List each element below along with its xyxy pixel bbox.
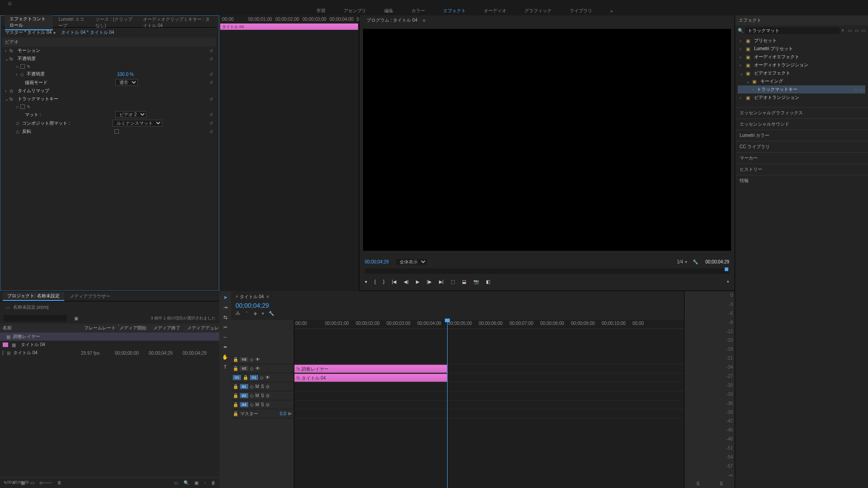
razor-tool-icon[interactable]: ✂ — [222, 324, 229, 331]
new-item-icon[interactable]: ▫ — [204, 480, 206, 485]
track-header-a3[interactable]: 🔒A3◇MS⊙ — [231, 400, 294, 409]
export-frame-icon[interactable]: 📷 — [473, 279, 479, 284]
blend-mode-select[interactable]: 通常 — [115, 79, 138, 86]
workspace-graphics[interactable]: グラフィック — [524, 8, 552, 14]
reset-icon[interactable]: ↺ — [209, 56, 213, 61]
reset-icon[interactable]: ↺ — [209, 112, 213, 117]
ec-clip-bar[interactable]: タイトル 04 — [220, 23, 358, 30]
home-icon[interactable]: ⌂ — [8, 0, 11, 6]
ec-time-remap[interactable]: タイムリマップ — [18, 88, 108, 94]
keyframe-icon[interactable]: ◇ — [20, 72, 24, 77]
pen-tool-icon[interactable]: ✒ — [222, 343, 229, 351]
tab-project[interactable]: プロジェクト: 名称未設定 — [3, 292, 64, 301]
panel-info[interactable]: 情報 — [735, 175, 868, 186]
col-dur[interactable]: メディアデュレ — [187, 325, 221, 331]
timeline-tab[interactable]: タイトル 04 — [240, 294, 264, 299]
track-header-master[interactable]: 🔒マスター0.0⊫ — [231, 409, 294, 418]
tree-track-matte[interactable]: ▫トラックマットキー▭▭ — [738, 85, 865, 94]
mask-circle-icon[interactable]: ○ — [16, 104, 19, 109]
timeline-tc[interactable]: 00;00;04;29 — [236, 302, 679, 309]
ec-timeline-ruler[interactable]: :00;00 00;00;01;00 00;00;02;00 00;00;03;… — [219, 15, 359, 23]
mask-pen-icon[interactable]: ✎ — [27, 104, 30, 109]
ec-motion[interactable]: モーション — [18, 47, 108, 54]
timeline-playhead[interactable] — [447, 320, 448, 488]
tree-audio-tr[interactable]: ›▣オーディオトランジション — [738, 61, 865, 69]
fx-icon[interactable]: fx — [9, 97, 16, 102]
lift-icon[interactable]: ⬚ — [451, 279, 455, 284]
workspace-audio[interactable]: オーディオ — [484, 8, 506, 14]
program-tab[interactable]: プログラム : タイトル 04 — [363, 16, 421, 24]
add-button-icon[interactable]: + — [726, 279, 729, 284]
tree-keying[interactable]: ⌄▣キーイング — [738, 77, 865, 85]
wrench-icon[interactable]: 🔧 — [693, 259, 698, 264]
reset-icon[interactable]: ↺ — [209, 72, 213, 77]
slip-tool-icon[interactable]: ↔ — [222, 333, 229, 341]
matte-select[interactable]: ビデオ 2 — [115, 111, 146, 118]
tree-lumetri[interactable]: ›▣Lumetri プリセット — [738, 45, 865, 53]
tab-menu-icon[interactable]: ≡ — [267, 294, 269, 299]
delete-icon[interactable]: 🗑 — [211, 480, 216, 485]
tree-audio-fx[interactable]: ›▣オーディオエフェクト — [738, 53, 865, 61]
new-bin-icon[interactable]: ▣ — [194, 480, 198, 485]
tree-video-tr[interactable]: ›▣ビデオトランジション — [738, 94, 865, 102]
tab-media-browser[interactable]: メディアブラウザー — [65, 292, 115, 300]
playhead-marker[interactable] — [725, 267, 728, 271]
marker-add-icon[interactable]: ◈ — [254, 311, 257, 317]
type-tool-icon[interactable]: T — [222, 363, 229, 371]
tab-audio-mixer[interactable]: オーディオクリップミキサー : タイトル 04 — [138, 15, 216, 30]
track-master[interactable] — [294, 409, 684, 418]
track-header-a1[interactable]: 🔒A1◇MS⊙ — [231, 382, 294, 391]
reset-icon[interactable]: ↺ — [209, 48, 213, 53]
compare-icon[interactable]: ◧ — [486, 279, 490, 284]
track-header-v3[interactable]: 🔒V3◇👁 — [231, 355, 294, 364]
reset-icon[interactable]: ↺ — [209, 121, 213, 126]
mark-clip-icon[interactable]: } — [383, 279, 384, 284]
track-a3[interactable] — [294, 400, 684, 409]
project-search-input[interactable] — [4, 315, 67, 322]
panel-lumetri-color[interactable]: Lumetri カラー — [735, 130, 868, 141]
program-scrubber[interactable] — [365, 268, 729, 274]
panel-essential-graphics[interactable]: エッセンシャルグラフィックス — [735, 107, 868, 118]
workspace-library[interactable]: ライブラリ — [570, 8, 592, 14]
step-fwd-icon[interactable]: |▶ — [427, 279, 432, 284]
col-fps[interactable]: フレームレート — [84, 325, 118, 331]
panel-markers[interactable]: マーカー — [735, 152, 868, 164]
mask-circle-icon[interactable]: ○ — [16, 64, 19, 69]
step-back-icon[interactable]: ◀| — [404, 279, 409, 284]
workspace-learn[interactable]: 学習 — [316, 8, 326, 14]
ec-track-matte[interactable]: トラックマットキー — [18, 96, 108, 102]
find-icon[interactable]: 🔍 — [184, 480, 189, 485]
fx-icon[interactable]: ⊙ — [9, 89, 16, 94]
link-icon[interactable]: ⌒ — [245, 311, 249, 317]
col-name[interactable]: 名前 — [3, 325, 84, 331]
project-row[interactable]: ▦調整レイヤー — [0, 333, 219, 341]
tab-source[interactable]: ソース : (クリップなし) — [91, 15, 137, 30]
mask-pen-icon[interactable]: ✎ — [27, 64, 30, 69]
timeline-ruler[interactable]: :00;0000;00;01;0000;00;02;0000;00;03;000… — [294, 320, 684, 329]
reset-icon[interactable]: ↺ — [209, 129, 213, 134]
workspace-effects[interactable]: エフェクト — [443, 8, 466, 14]
tree-video-fx[interactable]: ⌄▣ビデオエフェクト — [738, 69, 865, 77]
auto-seq-icon[interactable]: ▭ — [174, 480, 178, 485]
ec-opacity[interactable]: 不透明度 — [18, 56, 108, 62]
mark-in-icon[interactable]: ▾ — [365, 279, 367, 284]
zoom-slider[interactable]: o─── — [40, 480, 52, 485]
ripple-tool-icon[interactable]: ⇆ — [222, 314, 229, 321]
mark-out-icon[interactable]: { — [374, 279, 376, 284]
workspace-color[interactable]: カラー — [411, 8, 425, 14]
tree-presets[interactable]: ›▣プリセット — [738, 37, 865, 45]
play-icon[interactable]: ▶ — [416, 279, 420, 284]
track-select-tool-icon[interactable]: ⇥ — [222, 304, 229, 311]
selection-tool-icon[interactable]: ➤ — [222, 294, 229, 301]
hand-tool-icon[interactable]: ✋ — [222, 353, 229, 361]
workspace-edit[interactable]: 編集 — [384, 8, 393, 14]
reset-icon[interactable]: ↺ — [209, 97, 213, 102]
badge-accel-icon[interactable]: ▭ — [861, 28, 865, 33]
clip-v1[interactable]: fx タイトル 04 — [294, 374, 447, 382]
solo-button[interactable]: S — [696, 481, 699, 486]
mask-square-icon[interactable] — [20, 64, 25, 69]
clip-v2[interactable]: fx 調整レイヤー — [294, 365, 447, 373]
project-row[interactable]: ▦タイトル 04 — [0, 341, 219, 349]
keyframe-icon[interactable]: ◇ — [16, 121, 19, 126]
opacity-value[interactable]: 100.0 % — [117, 72, 162, 77]
